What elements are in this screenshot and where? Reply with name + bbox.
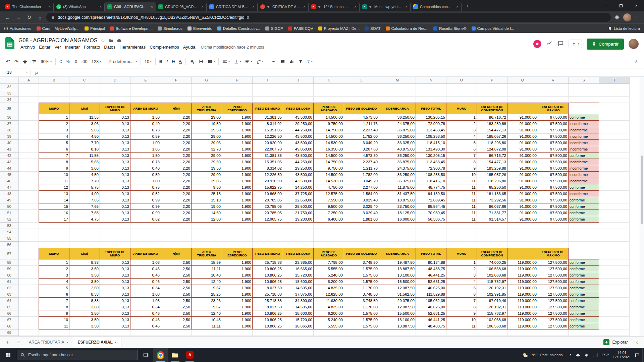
cell-B45[interactable]: 10 [39,172,69,178]
cell-G39[interactable]: 29,00 [192,133,222,140]
cell-H67[interactable]: 1.900 [222,317,253,323]
cell-S50[interactable]: conforme [569,203,599,210]
cell-S64[interactable]: conforme [569,298,599,304]
cell-C54[interactable] [69,229,100,235]
cell-E39[interactable]: 0,59 [130,133,161,140]
row-header-63[interactable]: 63 [0,291,19,298]
cell-H34[interactable] [222,97,253,103]
cell-C62[interactable]: 2,60 [69,285,100,291]
cell-I61[interactable]: 10.806,25 [253,279,283,285]
cell-M56[interactable] [379,242,416,248]
column-header-H[interactable]: H [222,77,253,84]
tab-close-icon[interactable]: × [304,5,306,9]
insights-chart-icon[interactable] [546,40,553,48]
cell-F58[interactable]: 2,50 [161,259,192,266]
bookmark-item[interactable]: Calculadora de Rec... [386,26,429,31]
cell-L66[interactable]: 1.575,00 [344,310,379,317]
column-header-Q[interactable]: Q [507,77,538,84]
cell-R34[interactable] [538,97,569,103]
cell-K37[interactable]: 9.750,00 [314,121,344,127]
cell-A53[interactable] [19,223,39,229]
decrease-decimals-button[interactable]: .0 [72,57,79,66]
cell-C37[interactable]: 3,06 [69,121,100,127]
cell-M48[interactable]: 31.437,50 [379,191,416,197]
cell-G60[interactable]: 10,48 [192,272,222,279]
cell-P54[interactable] [477,229,507,235]
cell-B39[interactable]: 4 [39,133,69,140]
cell-K61[interactable]: 6.200,00 [314,279,344,285]
cell-K58[interactable]: 7.795,00 [314,259,344,266]
cell-T66[interactable] [599,310,630,317]
cell-T45[interactable] [599,172,630,178]
cell-H49[interactable]: 1.900 [222,197,253,203]
cell-I69[interactable] [253,329,283,336]
cell-A38[interactable] [19,127,39,133]
cell-A55[interactable] [19,235,39,242]
cell-L34[interactable] [344,97,379,103]
cell-N47[interactable]: 48.774,75 [416,184,446,191]
row-header-52[interactable]: 52 [0,216,19,223]
cell-O56[interactable] [446,242,477,248]
cell-S45[interactable]: inconforme [569,172,599,178]
cell-N54[interactable] [416,229,446,235]
cell-F66[interactable]: 2,50 [161,310,192,317]
row-header-41[interactable]: 41 [0,146,19,153]
column-header-T[interactable]: T [599,77,630,84]
cell-A54[interactable] [19,229,39,235]
cell-Q34[interactable] [507,97,538,103]
cell-J50[interactable]: 28.500,00 [283,203,314,210]
cell-R33[interactable] [538,90,569,97]
cell-G67[interactable]: 10,48 [192,317,222,323]
cell-T64[interactable] [599,298,630,304]
cell-F55[interactable] [161,235,192,242]
cell-P38[interactable]: 154.477,13 [477,127,507,133]
cell-A35[interactable] [19,103,39,114]
cell-C69[interactable] [69,329,100,336]
cell-B69[interactable] [39,329,69,336]
bookmark-item[interactable]: Bienvenido [187,26,212,31]
cell-C49[interactable]: 7,65 [69,197,100,203]
cell-K34[interactable] [314,97,344,103]
cell-M44[interactable]: 24.375,00 [379,165,416,172]
cell-R48[interactable]: 97.500,00 [538,191,569,197]
cell-K39[interactable]: 14.500,00 [314,133,344,140]
cell-Q38[interactable]: 91.000,00 [507,127,538,133]
cell-C55[interactable] [69,235,100,242]
cell-S42[interactable]: conforme [569,153,599,159]
cell-N42[interactable]: 130.205,15 [416,153,446,159]
cell-N56[interactable] [416,242,446,248]
cell-C45[interactable]: 4,50 [69,172,100,178]
cell-J64[interactable]: 34.890,00 [283,298,314,304]
cell-B51[interactable]: 16 [39,210,69,216]
cell-T35[interactable] [599,103,630,114]
cell-P40[interactable]: 118.296,80 [477,140,507,146]
cell-A68[interactable] [19,323,39,329]
cell-O64[interactable]: 7 [446,298,477,304]
cell-Q65[interactable]: 119.000,00 [507,304,538,310]
cell-S40[interactable]: inconforme [569,140,599,146]
cell-I32[interactable] [253,84,283,90]
cell-T42[interactable] [599,153,630,159]
redo-button[interactable]: ↷ [12,57,21,66]
currency-button[interactable]: € [57,57,64,66]
cell-A50[interactable] [19,203,39,210]
cell-F63[interactable]: 2,50 [161,291,192,298]
cell-B32[interactable] [39,84,69,90]
cell-P66[interactable]: 115.782,97 [477,310,507,317]
cell-L35[interactable]: PESO DE SOLEADO [344,103,379,114]
cell-D51[interactable]: 0,13 [100,210,130,216]
cell-E68[interactable]: 0,46 [130,323,161,329]
cell-C61[interactable]: 3,50 [69,279,100,285]
cell-H44[interactable]: 1.900 [222,165,253,172]
cell-B59[interactable]: 2 [39,266,69,272]
cell-N51[interactable]: 70.939,45 [416,210,446,216]
cell-J58[interactable]: 23.385,00 [283,259,314,266]
action-center-icon[interactable] [635,353,640,358]
cell-H57[interactable]: PESO ESPECIFICO [222,248,253,259]
language-indicator[interactable]: ESP [602,353,609,357]
cell-L46[interactable]: 3.049,20 [344,178,379,184]
cell-O60[interactable]: 3 [446,272,477,279]
cell-S37[interactable]: inconforme [569,121,599,127]
cell-S54[interactable] [569,229,599,235]
start-button[interactable] [0,348,16,362]
